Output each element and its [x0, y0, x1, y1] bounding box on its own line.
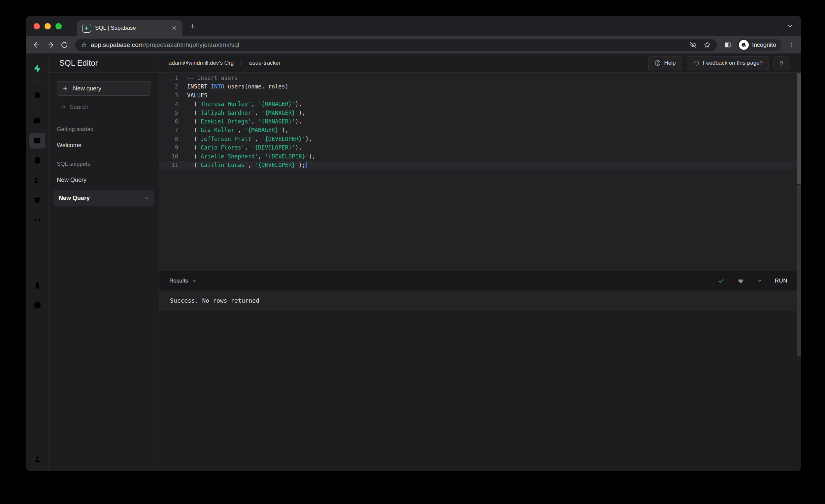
lock-icon[interactable]	[81, 42, 87, 48]
browser-toolbar: app.supabase.com/project/azahtnhqohyjerz…	[26, 36, 801, 54]
code-text: INSERT INTO users(name, roles)	[187, 82, 801, 91]
results-dropdown[interactable]: Results	[159, 278, 197, 284]
nav-rail	[26, 54, 49, 471]
indent-guide	[190, 117, 190, 126]
new-query-button[interactable]: New query	[57, 81, 151, 96]
code-line-7[interactable]: 7 ('Gia Keller', '{MANAGER}'),	[159, 126, 801, 134]
traffic-lights	[26, 23, 70, 29]
rail-item-database[interactable]	[29, 152, 45, 168]
incognito-badge: Incognito	[737, 39, 781, 51]
eye-off-icon[interactable]	[690, 41, 697, 49]
rail-item-storage[interactable]	[29, 192, 45, 208]
favorite-heart-icon[interactable]	[737, 277, 744, 284]
line-number: 8	[159, 135, 187, 143]
notifications-button[interactable]	[773, 56, 790, 70]
code-text: ('Theresa Hurley', '{MANAGER}'),	[187, 100, 801, 108]
side-panel-icon[interactable]	[722, 39, 733, 51]
breadcrumb-org[interactable]: adam@windmill.dev's Org	[169, 60, 234, 66]
code-line-6[interactable]: 6 ('Ezekiel Ortega', '{MANAGER}'),	[159, 117, 801, 126]
forward-button[interactable]	[45, 39, 56, 51]
line-number: 2	[159, 82, 187, 91]
rail-item-edge-functions[interactable]	[29, 212, 45, 228]
code-line-4[interactable]: 4 ('Theresa Hurley', '{MANAGER}'),	[159, 100, 801, 108]
indent-guide	[190, 152, 190, 161]
text-cursor	[306, 162, 307, 168]
tab-close-icon[interactable]	[171, 25, 177, 31]
close-window-button[interactable]	[34, 23, 40, 29]
line-number: 11	[159, 161, 187, 169]
sidebar-item-welcome[interactable]: Welcome	[57, 142, 151, 149]
maximize-window-button[interactable]	[56, 23, 62, 29]
chat-bubble-icon	[693, 60, 699, 66]
rail-divider	[31, 233, 44, 233]
help-button[interactable]: Help	[648, 56, 682, 70]
scrollbar[interactable]	[797, 73, 801, 471]
browser-window: SQL | Supabase app.supabase.com/project/…	[26, 16, 801, 471]
feedback-button[interactable]: Feedback on this page?	[687, 56, 769, 70]
rail-item-api-docs[interactable]	[29, 278, 45, 293]
chevron-down-icon	[144, 195, 149, 201]
code-line-11[interactable]: 11 ('Caitlin Lucas', '{DEVELOPER}');	[159, 161, 801, 169]
code-text: ('Gia Keller', '{MANAGER}'),	[187, 126, 801, 134]
section-label: Getting started	[57, 126, 151, 133]
browser-menu-icon[interactable]	[786, 40, 796, 50]
rail-item-sql-editor[interactable]	[29, 133, 45, 149]
back-button[interactable]	[31, 39, 42, 51]
code-line-10[interactable]: 10 ('Arielle Shepherd', '{DEVELOPER}'),	[159, 152, 801, 161]
search-icon	[62, 104, 66, 110]
line-number: 1	[159, 74, 187, 82]
line-number: 9	[159, 143, 187, 152]
url-host: app.supabase.com	[91, 41, 144, 49]
run-button[interactable]: RUN	[775, 278, 788, 284]
code-line-8[interactable]: 8 ('Jefferson Pratt', '{DEVELOPER}'),	[159, 135, 801, 143]
rail-divider	[31, 107, 44, 108]
snippet-search[interactable]	[57, 100, 151, 114]
scrollbar-thumb[interactable]	[797, 73, 801, 184]
sql-sidebar-panel: New query Getting startedWelcomeSQL snip…	[49, 73, 159, 471]
chevron-down-icon	[192, 278, 197, 284]
rail-item-authentication[interactable]	[29, 172, 45, 188]
app-header: SQL Editor adam@windmill.dev's Org / iss…	[49, 54, 801, 73]
browser-tab[interactable]: SQL | Supabase	[77, 20, 182, 36]
breadcrumb-separator: /	[240, 60, 242, 66]
search-input[interactable]	[70, 103, 146, 111]
incognito-spy-icon	[739, 40, 749, 50]
bookmark-star-icon[interactable]	[703, 41, 711, 49]
plus-icon	[62, 85, 68, 91]
rail-item-account[interactable]	[29, 451, 45, 467]
sql-main: 1-- Insert users2INSERT INTO users(name,…	[159, 73, 801, 471]
sidebar-item-new-query[interactable]: New Query	[54, 190, 154, 206]
sql-code-editor[interactable]: 1-- Insert users2INSERT INTO users(name,…	[159, 73, 801, 271]
indent-guide	[190, 100, 190, 108]
code-text: ('Taliyah Gardner', '{MANAGER}'),	[187, 109, 801, 117]
sidebar-item-new-query[interactable]: New Query	[57, 176, 151, 184]
incognito-label: Incognito	[752, 42, 776, 49]
code-line-1[interactable]: 1-- Insert users	[159, 74, 801, 82]
code-line-2[interactable]: 2INSERT INTO users(name, roles)	[159, 82, 801, 91]
rail-item-home[interactable]	[29, 87, 45, 103]
supabase-favicon-icon	[82, 24, 91, 33]
minimize-window-button[interactable]	[45, 23, 51, 29]
rail-item-table-editor[interactable]	[29, 113, 45, 129]
indent-guide	[190, 143, 190, 152]
panel-header: SQL Editor	[49, 54, 159, 72]
code-line-3[interactable]: 3VALUES	[159, 91, 801, 100]
breadcrumb-project[interactable]: issue-tracker	[248, 60, 281, 66]
code-text: ('Arielle Shepherd', '{DEVELOPER}'),	[187, 152, 801, 161]
run-options-chevron-icon[interactable]	[757, 278, 762, 284]
indent-guide	[190, 109, 190, 117]
code-line-5[interactable]: 5 ('Taliyah Gardner', '{MANAGER}'),	[159, 109, 801, 117]
rail-item-reports[interactable]	[29, 238, 45, 254]
supabase-app: SQL Editor adam@windmill.dev's Org / iss…	[26, 54, 801, 471]
success-check-icon	[718, 277, 725, 285]
code-text: ('Carlo Flores', '{DEVELOPER}'),	[187, 143, 801, 152]
rail-item-project-settings[interactable]	[29, 297, 45, 313]
reload-button[interactable]	[59, 39, 70, 51]
tab-search-icon[interactable]	[787, 23, 793, 29]
rail-item-logs[interactable]	[29, 258, 45, 274]
new-tab-button[interactable]	[189, 22, 196, 30]
url-bar[interactable]: app.supabase.com/project/azahtnhqohyjerz…	[75, 39, 717, 51]
results-empty-area	[159, 311, 801, 471]
rail-item-supabase-logo[interactable]	[29, 61, 45, 77]
code-line-9[interactable]: 9 ('Carlo Flores', '{DEVELOPER}'),	[159, 143, 801, 152]
